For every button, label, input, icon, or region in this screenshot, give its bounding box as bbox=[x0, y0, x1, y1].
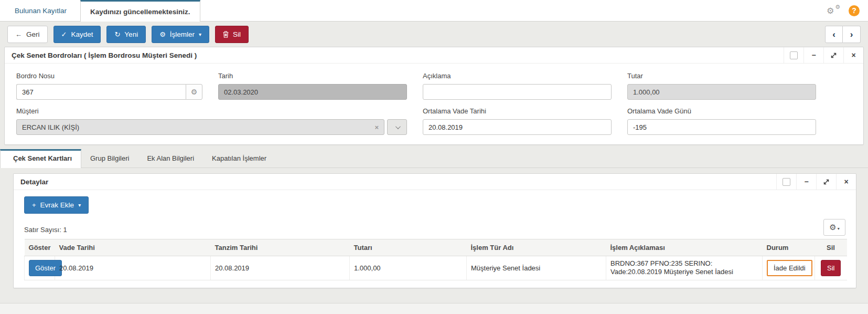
ortalama-vade-gunu-input[interactable] bbox=[627, 119, 816, 135]
field-label: Bordro Nosu bbox=[16, 72, 202, 80]
tab-ek-alan-bilgileri[interactable]: Ek Alan Bilgileri bbox=[138, 149, 203, 168]
tab-label: Bulunan Kayıtlar bbox=[15, 7, 67, 15]
details-table: Göster Vade Tarihi Tanzim Tarihi Tutarı … bbox=[24, 239, 847, 280]
tab-bulunan-kayitlar[interactable]: Bulunan Kayıtlar bbox=[5, 0, 76, 21]
field-aciklama: Açıklama bbox=[423, 68, 612, 100]
close-icon[interactable]: × bbox=[836, 174, 856, 190]
musteri-dropdown-button[interactable] bbox=[387, 119, 407, 135]
col-header-islem-aciklamasi: İşlem Açıklaması bbox=[606, 239, 763, 256]
field-musteri: Müşteri ERCAN ILIK (KİŞİ) × bbox=[16, 103, 407, 135]
show-row-button[interactable]: Göster bbox=[29, 260, 62, 276]
field-bordro-nosu: Bordro Nosu ⚙ bbox=[16, 68, 202, 100]
detail-panel: Detaylar − × + Evrak Ekle ▾ Satır Sayısı… bbox=[13, 173, 856, 288]
cell-tutari: 1.000,00 bbox=[350, 256, 467, 280]
chevron-down-icon: ▾ bbox=[838, 227, 840, 231]
plus-icon: + bbox=[32, 202, 36, 208]
col-header-sil: Sil bbox=[815, 239, 847, 256]
close-icon[interactable]: × bbox=[843, 47, 863, 63]
expand-icon[interactable] bbox=[816, 174, 836, 190]
tab-kapatilan-islemler[interactable]: Kapatılan İşlemler bbox=[203, 149, 275, 168]
cell-vade-tarihi: 20.08.2019 bbox=[55, 256, 211, 280]
cell-islem-aciklamasi: BRDNO:367 PFNO:235 SERINO: Vade:20.08.20… bbox=[606, 256, 763, 280]
prev-record-button[interactable]: ‹ bbox=[825, 26, 843, 43]
tab-label: Kaydınızı güncellemektesiniz. bbox=[90, 8, 190, 16]
main-panel-tools: − × bbox=[784, 47, 863, 63]
page: { "top_tabs": { "items": [ { "label": "B… bbox=[0, 0, 868, 314]
expand-icon[interactable] bbox=[823, 47, 843, 63]
collapse-icon[interactable]: − bbox=[803, 47, 823, 63]
detail-panel-body: + Evrak Ekle ▾ Satır Sayısı: 1 ⚙ ▾ G bbox=[14, 190, 856, 288]
field-ortalama-vade-gunu: Ortalama Vade Günü bbox=[627, 103, 816, 135]
cell-islem-tur-adi: Müşteriye Senet İadesi bbox=[467, 256, 606, 280]
bordro-nosu-gear-icon[interactable]: ⚙ bbox=[186, 84, 202, 100]
collapse-icon[interactable]: − bbox=[796, 174, 816, 190]
check-icon: ✓ bbox=[61, 31, 67, 38]
grid-meta-row: Satır Sayısı: 1 ⚙ ▾ bbox=[24, 219, 845, 236]
detail-panel-title: Detaylar bbox=[20, 178, 48, 186]
col-header-tutari: Tutarı bbox=[350, 239, 467, 256]
field-tarih: Tarih bbox=[218, 68, 407, 100]
trash-icon bbox=[223, 31, 229, 38]
col-header-durum: Durum bbox=[763, 239, 815, 256]
field-tutar: Tutar bbox=[627, 68, 816, 100]
new-button[interactable]: ↻ Yeni bbox=[106, 26, 146, 43]
top-tab-bar: Bulunan Kayıtlar Kaydınızı güncellemekte… bbox=[0, 0, 868, 22]
next-record-button[interactable]: › bbox=[843, 26, 861, 43]
col-header-goster: Göster bbox=[25, 239, 55, 256]
aciklama-input[interactable] bbox=[423, 84, 612, 100]
gear-icon: ⚙ bbox=[829, 223, 836, 232]
detail-panel-header: Detaylar − × bbox=[14, 174, 856, 190]
cell-tanzim-tarihi: 20.08.2019 bbox=[211, 256, 350, 280]
operations-button[interactable]: ⚙ İşlemler ▾ bbox=[152, 26, 209, 43]
back-button[interactable]: ← Geri bbox=[7, 26, 48, 43]
table-header-row: Göster Vade Tarihi Tanzim Tarihi Tutarı … bbox=[25, 239, 847, 256]
field-ortalama-vade-tarihi: Ortalama Vade Tarihi bbox=[423, 103, 612, 135]
detail-panel-tools: − × bbox=[776, 174, 856, 190]
field-label: Tutar bbox=[627, 72, 816, 80]
page-footer-area bbox=[0, 303, 868, 313]
clear-icon[interactable]: × bbox=[374, 123, 379, 131]
panel-select-checkbox[interactable] bbox=[783, 178, 790, 186]
back-arrow-icon: ← bbox=[15, 31, 22, 38]
save-button[interactable]: ✓ Kaydet bbox=[53, 26, 101, 43]
panel-select-checkbox[interactable] bbox=[790, 51, 798, 59]
row-count-label: Satır Sayısı: 1 bbox=[24, 226, 67, 236]
tab-content: ← Geri ✓ Kaydet ↻ Yeni ⚙ İşlemler ▾ Sil … bbox=[0, 22, 868, 303]
delete-row-button[interactable]: Sil bbox=[821, 260, 841, 276]
chevron-down-icon: ▾ bbox=[78, 203, 81, 208]
settings-cogs-icon[interactable]: ⚙⚙ bbox=[827, 6, 839, 16]
tarih-input bbox=[218, 84, 407, 100]
field-label: Ortalama Vade Tarihi bbox=[423, 107, 612, 115]
topbar-icons: ⚙⚙ ? bbox=[827, 0, 868, 21]
col-header-tanzim-tarihi: Tanzim Tarihi bbox=[211, 239, 350, 256]
status-badge: İade Edildi bbox=[767, 260, 812, 276]
sub-tab-bar: Çek Senet Kartları Grup Bilgileri Ek Ala… bbox=[0, 149, 868, 168]
col-header-islem-tur-adi: İşlem Tür Adı bbox=[467, 239, 606, 256]
col-header-vade-tarihi: Vade Tarihi bbox=[55, 239, 211, 256]
main-form: Bordro Nosu ⚙ Tarih Açıklama Tutar Müşte… bbox=[5, 64, 863, 144]
chevron-right-icon: › bbox=[850, 29, 853, 40]
help-icon[interactable]: ? bbox=[849, 5, 860, 16]
table-row: Göster 20.08.2019 20.08.2019 1.000,00 Mü… bbox=[25, 256, 847, 280]
gear-icon: ⚙ bbox=[159, 31, 166, 38]
chevron-down-icon bbox=[395, 124, 400, 129]
bordro-nosu-input[interactable] bbox=[16, 84, 186, 100]
main-panel-title: Çek Senet Bordroları ( İşlem Bordrosu Mü… bbox=[12, 51, 197, 59]
tab-kaydinizi-guncellemektesiniz[interactable]: Kaydınızı güncellemektesiniz. bbox=[80, 0, 200, 22]
tab-cek-senet-kartlari[interactable]: Çek Senet Kartları bbox=[0, 149, 81, 168]
tab-grup-bilgileri[interactable]: Grup Bilgileri bbox=[81, 149, 138, 168]
refresh-icon: ↻ bbox=[114, 31, 120, 38]
tutar-input bbox=[627, 84, 816, 100]
ortalama-vade-tarihi-input[interactable] bbox=[423, 119, 612, 135]
musteri-select[interactable]: ERCAN ILIK (KİŞİ) × bbox=[16, 119, 384, 135]
chevron-down-icon: ▾ bbox=[199, 32, 201, 37]
field-label: Açıklama bbox=[423, 72, 612, 80]
chevron-left-icon: ‹ bbox=[832, 29, 835, 40]
field-label: Ortalama Vade Günü bbox=[627, 107, 816, 115]
delete-button[interactable]: Sil bbox=[215, 26, 249, 43]
toolbar: ← Geri ✓ Kaydet ↻ Yeni ⚙ İşlemler ▾ Sil … bbox=[0, 22, 868, 47]
add-document-button[interactable]: + Evrak Ekle ▾ bbox=[24, 196, 89, 214]
field-label: Tarih bbox=[218, 72, 407, 80]
field-label: Müşteri bbox=[16, 107, 407, 115]
grid-settings-button[interactable]: ⚙ ▾ bbox=[823, 219, 845, 236]
